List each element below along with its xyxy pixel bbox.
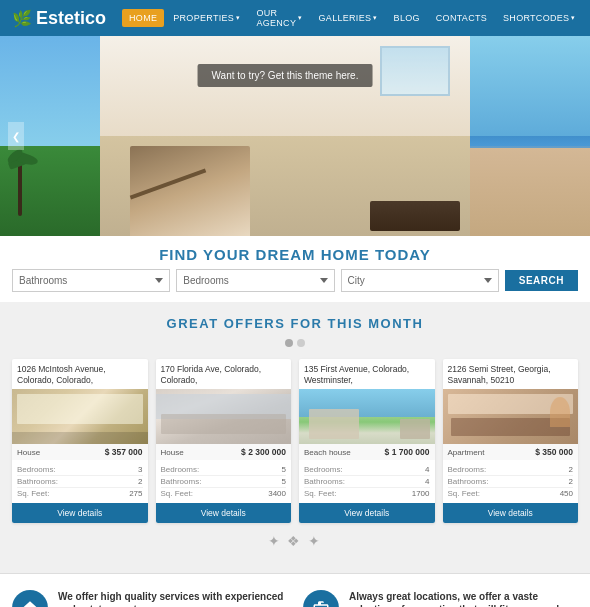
bedrooms-row: Bedrooms: 2 [448,464,574,476]
sqfeet-row: Sq. Feet: 275 [17,488,143,499]
nav-blog[interactable]: BLOG [387,9,427,27]
logo-leaf-icon: 🌿 [12,9,32,28]
sqfeet-row: Sq. Feet: 3400 [161,488,287,499]
search-section: FIND YOUR DREAM HOME TODAY Bathrooms Bed… [0,236,590,302]
nav-home[interactable]: HOME [122,9,164,27]
property-price: $ 350 000 [535,447,573,457]
property-card: 135 First Avenue, Colorado, Westminster,… [299,359,435,523]
property-address: 1026 McIntosh Avenue, Colorado, Colorado… [12,359,148,389]
view-details-button[interactable]: View details [443,503,579,523]
site-logo: 🌿 Estetico [12,8,106,29]
property-price: $ 357 000 [105,447,143,457]
sqfeet-row: Sq. Feet: 450 [448,488,574,499]
property-type-price: Beach house $ 1 700 000 [299,444,435,460]
view-details-button[interactable]: View details [12,503,148,523]
carousel-dot-1[interactable] [285,339,293,347]
carousel-dots [12,339,578,347]
nav-properties[interactable]: PROPERTIES ▾ [166,9,247,27]
bedrooms-row: Bedrooms: 5 [161,464,287,476]
property-price: $ 2 300 000 [241,447,286,457]
site-header: 🌿 Estetico HOME PROPERTIES ▾ OUR AGENCY … [0,0,590,36]
feature-content: We offer high quality services with expe… [58,590,287,607]
logo-text: Estetico [36,8,106,29]
bathrooms-row: Bathrooms: 4 [304,476,430,488]
chevron-down-icon: ▾ [298,14,302,22]
offers-section: GREAT OFFERS FOR THIS MONTH 1026 McIntos… [0,302,590,573]
sqfeet-row: Sq. Feet: 1700 [304,488,430,499]
property-type: House [161,448,184,457]
property-card: 170 Florida Ave, Colorado, Colorado, Hou… [156,359,292,523]
nav-shortcodes[interactable]: SHORTCODES ▾ [496,9,583,27]
feature-content: Always great locations, we offer a vaste… [349,590,578,607]
bathrooms-row: Bathrooms: 2 [448,476,574,488]
chevron-down-icon: ▾ [571,14,575,22]
property-type-price: House $ 2 300 000 [156,444,292,460]
hero-center-panel: Want to try? Get this theme here. [100,36,470,236]
property-price: $ 1 700 000 [385,447,430,457]
property-type: Beach house [304,448,351,457]
bathrooms-row: Bathrooms: 5 [161,476,287,488]
bathrooms-select[interactable]: Bathrooms [12,269,170,292]
offers-title: GREAT OFFERS FOR THIS MONTH [12,316,578,331]
property-address: 2126 Semi Street, Georgia, Savannah, 502… [443,359,579,389]
property-card: 2126 Semi Street, Georgia, Savannah, 502… [443,359,579,523]
nav-our-agency[interactable]: OUR AGENCY ▾ [249,4,309,32]
chevron-down-icon: ▾ [236,14,240,22]
nav-contacts[interactable]: CONTACTS [429,9,494,27]
hero-sea-image [470,36,590,236]
feature-title: Always great locations, we offer a vaste… [349,590,578,607]
properties-grid: 1026 McIntosh Avenue, Colorado, Colorado… [12,359,578,523]
hero-section: Want to try? Get this theme here. ❮ [0,36,590,236]
feature-title: We offer high quality services with expe… [58,590,287,607]
carousel-dot-2[interactable] [297,339,305,347]
section-divider: ✦ ❖ ✦ [12,523,578,559]
feature-item: We offer high quality services with expe… [12,590,287,607]
property-card: 1026 McIntosh Avenue, Colorado, Colorado… [12,359,148,523]
search-row: Bathrooms Bedrooms City SEARCH [0,269,590,292]
hero-right-panel [470,36,590,236]
ornament-icon: ✦ ❖ ✦ [268,533,323,549]
briefcase-icon [303,590,339,607]
property-address: 135 First Avenue, Colorado, Westminster, [299,359,435,389]
property-image [443,389,579,444]
bedrooms-select[interactable]: Bedrooms [176,269,334,292]
property-details: Bedrooms: 3 Bathrooms: 2 Sq. Feet: 275 [12,460,148,503]
bathrooms-row: Bathrooms: 2 [17,476,143,488]
property-details: Bedrooms: 2 Bathrooms: 2 Sq. Feet: 450 [443,460,579,503]
hero-prev-button[interactable]: ❮ [8,122,24,150]
search-title: FIND YOUR DREAM HOME TODAY [0,236,590,269]
bedrooms-row: Bedrooms: 3 [17,464,143,476]
property-address: 170 Florida Ave, Colorado, Colorado, [156,359,292,389]
chevron-down-icon: ▾ [373,14,377,22]
property-type-price: Apartment $ 350 000 [443,444,579,460]
property-image [12,389,148,444]
property-image [299,389,435,444]
main-nav: HOME PROPERTIES ▾ OUR AGENCY ▾ GALLERIES… [122,4,583,32]
search-button[interactable]: SEARCH [505,270,578,291]
feature-item: Always great locations, we offer a vaste… [303,590,578,607]
hero-cta-banner[interactable]: Want to try? Get this theme here. [198,64,373,87]
view-details-button[interactable]: View details [299,503,435,523]
property-details: Bedrooms: 5 Bathrooms: 5 Sq. Feet: 3400 [156,460,292,503]
home-icon [12,590,48,607]
city-select[interactable]: City [341,269,499,292]
view-details-button[interactable]: View details [156,503,292,523]
property-type-price: House $ 357 000 [12,444,148,460]
property-details: Bedrooms: 4 Bathrooms: 4 Sq. Feet: 1700 [299,460,435,503]
property-type: House [17,448,40,457]
property-image [156,389,292,444]
nav-galleries[interactable]: GALLERIES ▾ [312,9,385,27]
features-section: We offer high quality services with expe… [0,573,590,607]
property-type: Apartment [448,448,485,457]
bedrooms-row: Bedrooms: 4 [304,464,430,476]
